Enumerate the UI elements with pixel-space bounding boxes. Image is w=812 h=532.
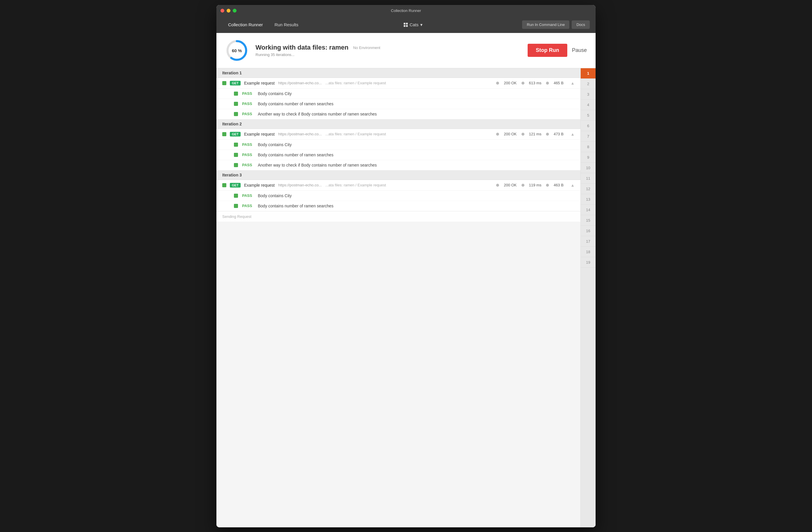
chevron-up-icon: ▲	[570, 183, 575, 188]
req-stats: 200 OK 119 ms 463 B ▲	[496, 183, 575, 188]
test-status: PASS	[242, 153, 254, 157]
time-dot	[522, 133, 524, 135]
test-status: PASS	[242, 193, 254, 198]
req-breadcrumb: ...ata files: ramen / Example request	[325, 132, 493, 136]
time-dot	[522, 184, 524, 187]
request-row-3[interactable]: GET Example request https://postman-echo…	[216, 180, 580, 191]
window-title: Collection Runner	[391, 9, 421, 13]
sidebar-num-7[interactable]: 7	[581, 131, 596, 142]
test-icon	[234, 91, 238, 96]
status-text: 200 OK	[504, 132, 517, 136]
sidebar-num-15[interactable]: 15	[581, 215, 596, 226]
run-in-command-line-button[interactable]: Run In Command Line	[522, 20, 569, 29]
test-name: Another way to check if Body contains nu…	[258, 163, 377, 168]
progress-circle: 60 %	[225, 39, 248, 62]
test-icon	[234, 163, 238, 167]
sidebar-num-17[interactable]: 17	[581, 236, 596, 247]
req-icon	[222, 81, 226, 85]
sidebar-num-13[interactable]: 13	[581, 194, 596, 205]
cats-dropdown-button[interactable]: Cats ▾	[404, 22, 423, 27]
sidebar-num-18[interactable]: 18	[581, 247, 596, 257]
sidebar-num-12[interactable]: 12	[581, 184, 596, 194]
sidebar-num-10[interactable]: 10	[581, 163, 596, 173]
sidebar-num-14[interactable]: 14	[581, 205, 596, 215]
method-badge: GET	[230, 81, 241, 85]
nav-collection-runner[interactable]: Collection Runner	[222, 20, 269, 29]
run-header: 60 % Working with data files: ramen No E…	[216, 33, 596, 68]
test-status: PASS	[242, 112, 254, 116]
test-icon	[234, 112, 238, 116]
sidebar-num-1[interactable]: 1	[581, 68, 596, 79]
main-content: 60 % Working with data files: ramen No E…	[216, 33, 596, 527]
test-status: PASS	[242, 142, 254, 147]
iteration-header-3: Iteration 3	[216, 170, 580, 180]
sidebar-num-6[interactable]: 6	[581, 121, 596, 131]
size-text: 473 B	[554, 132, 564, 136]
sidebar-num-3[interactable]: 3	[581, 89, 596, 100]
stop-run-button[interactable]: Stop Run	[527, 44, 567, 57]
req-breadcrumb: ...ata files: ramen / Example request	[325, 81, 493, 85]
test-name: Body contains number of ramen searches	[258, 204, 333, 208]
test-row-1-1: PASS Body contains City	[216, 89, 580, 99]
minimize-button[interactable]	[227, 9, 230, 13]
test-name: Body contains number of ramen searches	[258, 153, 333, 157]
sidebar-num-16[interactable]: 16	[581, 226, 596, 236]
sidebar-num-4[interactable]: 4	[581, 100, 596, 110]
test-status: PASS	[242, 163, 254, 167]
sidebar-num-5[interactable]: 5	[581, 110, 596, 121]
time-text: 121 ms	[529, 132, 542, 136]
test-name: Body contains City	[258, 91, 292, 96]
req-url: https://postman-echo.co...	[278, 81, 322, 85]
test-icon	[234, 143, 238, 147]
test-icon	[234, 102, 238, 106]
request-row-1[interactable]: GET Example request https://postman-echo…	[216, 78, 580, 89]
nav-run-results[interactable]: Run Results	[269, 20, 304, 29]
iteration-header-2: Iteration 2	[216, 119, 580, 129]
test-row-2-3: PASS Another way to check if Body contai…	[216, 160, 580, 170]
test-row-3-2: PASS Body contains number of ramen searc…	[216, 201, 580, 211]
req-icon	[222, 132, 226, 136]
size-dot	[546, 133, 549, 135]
test-name: Body contains City	[258, 142, 292, 147]
chevron-up-icon: ▲	[570, 81, 575, 85]
sidebar-num-19[interactable]: 19	[581, 257, 596, 268]
test-status: PASS	[242, 91, 254, 96]
status-text: 200 OK	[504, 183, 517, 187]
time-text: 613 ms	[529, 81, 542, 85]
sidebar-num-11[interactable]: 11	[581, 173, 596, 184]
req-name: Example request	[244, 81, 275, 85]
req-url: https://postman-echo.co...	[278, 183, 322, 187]
time-text: 119 ms	[529, 183, 542, 187]
request-row-2[interactable]: GET Example request https://postman-echo…	[216, 129, 580, 140]
pause-button[interactable]: Pause	[572, 47, 587, 53]
req-stats: 200 OK 613 ms 465 B ▲	[496, 81, 575, 85]
test-status: PASS	[242, 204, 254, 208]
sidebar-num-2[interactable]: 2	[581, 79, 596, 89]
run-title-row: Working with data files: ramen No Enviro…	[256, 44, 521, 51]
sending-request-status: Sending Request	[216, 211, 580, 222]
test-row-1-2: PASS Body contains number of ramen searc…	[216, 99, 580, 109]
results-area: Iteration 1 GET Example request https://…	[216, 68, 596, 527]
nav-center: Cats ▾	[304, 22, 522, 27]
docs-button[interactable]: Docs	[572, 20, 590, 29]
time-dot	[522, 82, 524, 85]
close-button[interactable]	[220, 9, 224, 13]
results-sidebar: 12345678910111213141516171819	[580, 68, 596, 527]
results-main: Iteration 1 GET Example request https://…	[216, 68, 580, 527]
iteration-header-1: Iteration 1	[216, 68, 580, 78]
sidebar-num-8[interactable]: 8	[581, 142, 596, 152]
test-icon	[234, 194, 238, 198]
size-dot	[546, 82, 549, 85]
test-row-2-1: PASS Body contains City	[216, 140, 580, 150]
test-row-2-2: PASS Body contains number of ramen searc…	[216, 150, 580, 160]
test-row-3-1: PASS Body contains City	[216, 191, 580, 201]
env-badge: No Environment	[353, 45, 380, 50]
maximize-button[interactable]	[233, 9, 236, 13]
test-icon	[234, 153, 238, 157]
req-url: https://postman-echo.co...	[278, 132, 322, 136]
req-name: Example request	[244, 132, 275, 136]
test-name: Body contains number of ramen searches	[258, 101, 333, 106]
sidebar-num-9[interactable]: 9	[581, 152, 596, 163]
status-dot	[496, 133, 499, 135]
test-row-1-3: PASS Another way to check if Body contai…	[216, 109, 580, 119]
